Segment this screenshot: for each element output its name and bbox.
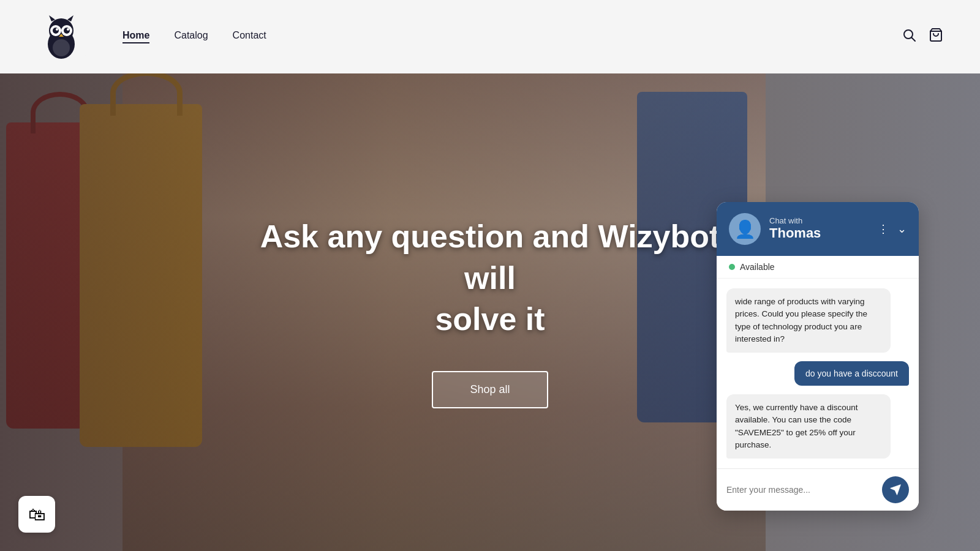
nav-catalog[interactable]: Catalog bbox=[174, 30, 208, 43]
search-button[interactable] bbox=[902, 28, 916, 46]
chat-with-label: Chat with bbox=[769, 216, 869, 225]
svg-point-10 bbox=[67, 28, 69, 31]
send-icon bbox=[889, 484, 902, 496]
chat-messages: wide range of products with varying pric… bbox=[717, 279, 919, 468]
status-text: Available bbox=[740, 262, 775, 272]
chat-menu-button[interactable]: ⋮ bbox=[878, 222, 889, 236]
search-icon bbox=[902, 28, 916, 42]
chat-agent-name: Thomas bbox=[769, 225, 869, 241]
chat-header-info: Chat with Thomas bbox=[769, 216, 869, 241]
chat-send-button[interactable] bbox=[882, 476, 909, 503]
nav-home[interactable]: Home bbox=[123, 30, 149, 43]
bot-message-1: wide range of products with varying pric… bbox=[726, 288, 891, 353]
svg-point-8 bbox=[64, 28, 70, 34]
bot-message-2: Yes, we currently have a discount availa… bbox=[726, 394, 891, 459]
main-nav: Home Catalog Contact bbox=[123, 30, 902, 43]
logo-area bbox=[37, 12, 86, 61]
hero-section: Ask any question and Wizybot will solve … bbox=[0, 73, 980, 551]
chat-message-input[interactable] bbox=[726, 485, 876, 495]
chat-minimize-button[interactable]: ⌄ bbox=[897, 222, 907, 236]
svg-line-14 bbox=[912, 38, 916, 42]
chat-header-actions: ⋮ ⌄ bbox=[878, 222, 907, 236]
cart-icon bbox=[929, 28, 943, 42]
status-dot bbox=[729, 264, 735, 270]
nav-contact[interactable]: Contact bbox=[233, 30, 266, 43]
avatar-icon: 👤 bbox=[734, 219, 756, 239]
avatar: 👤 bbox=[729, 213, 761, 245]
hero-title: Ask any question and Wizybot will solve … bbox=[245, 216, 735, 340]
chat-header: 👤 Chat with Thomas ⋮ ⌄ bbox=[717, 202, 919, 256]
shopify-icon: 🛍 bbox=[28, 504, 45, 525]
owl-logo-icon bbox=[37, 12, 86, 61]
chat-widget: 👤 Chat with Thomas ⋮ ⌄ Available wide ra… bbox=[717, 202, 919, 511]
svg-point-7 bbox=[53, 28, 59, 34]
cart-button[interactable] bbox=[929, 28, 943, 46]
shop-all-button[interactable]: Shop all bbox=[432, 371, 548, 408]
site-header: Home Catalog Contact bbox=[0, 0, 980, 73]
svg-point-12 bbox=[53, 39, 70, 56]
user-message-1: do you have a disccount bbox=[794, 361, 909, 386]
header-icons bbox=[902, 28, 943, 46]
shopify-badge: 🛍 bbox=[18, 496, 55, 533]
svg-point-9 bbox=[56, 28, 58, 31]
chat-input-area bbox=[717, 468, 919, 511]
chat-status-bar: Available bbox=[717, 256, 919, 279]
